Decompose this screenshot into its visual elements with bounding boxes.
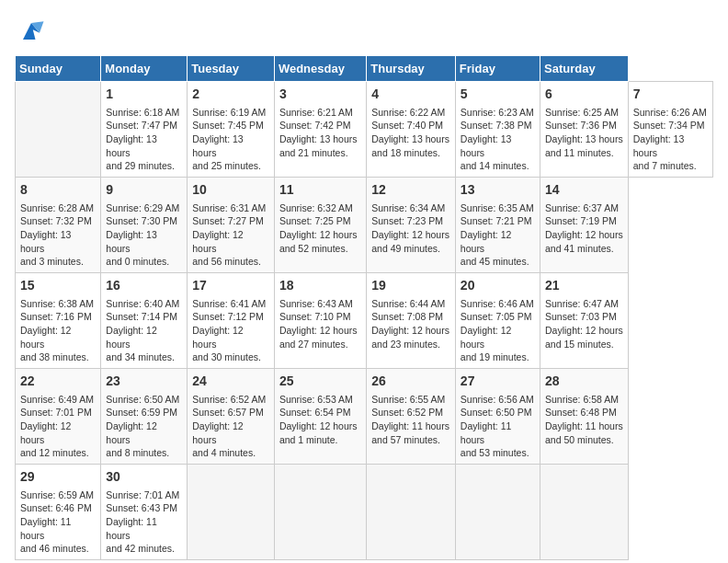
daylight-hours: Daylight: 13 hours — [20, 229, 71, 254]
calendar-cell: 2Sunrise: 6:19 AMSunset: 7:45 PMDaylight… — [188, 82, 275, 178]
sunrise: Sunrise: 6:29 AM — [106, 202, 179, 213]
daylight-hours: Daylight: 12 hours — [461, 229, 511, 254]
day-header-friday: Friday — [455, 56, 540, 82]
day-number: 19 — [371, 277, 450, 295]
calendar-cell: 15Sunrise: 6:38 AMSunset: 7:16 PMDayligh… — [16, 273, 101, 369]
daylight-hours: Daylight: 12 hours — [279, 420, 358, 431]
sunset: Sunset: 6:57 PM — [192, 407, 264, 418]
sunrise: Sunrise: 6:44 AM — [371, 298, 445, 309]
calendar-cell: 27Sunrise: 6:56 AMSunset: 6:50 PMDayligh… — [455, 369, 540, 465]
daylight-minutes: and 25 minutes. — [192, 160, 261, 171]
sunset: Sunset: 7:10 PM — [279, 311, 351, 322]
sunrise: Sunrise: 6:52 AM — [192, 394, 266, 405]
sunrise: Sunrise: 6:38 AM — [20, 298, 94, 309]
sunset: Sunset: 6:50 PM — [461, 407, 532, 418]
daylight-hours: Daylight: 12 hours — [545, 229, 623, 240]
day-header-tuesday: Tuesday — [188, 56, 275, 82]
sunrise: Sunrise: 6:58 AM — [545, 394, 619, 405]
calendar-cell — [367, 465, 456, 560]
week-row-2: 8Sunrise: 6:28 AMSunset: 7:32 PMDaylight… — [16, 178, 713, 273]
daylight-minutes: and 53 minutes. — [461, 447, 529, 458]
daylight-hours: Daylight: 12 hours — [279, 229, 358, 240]
daylight-minutes: and 30 minutes. — [192, 351, 261, 362]
week-row-1: 1Sunrise: 6:18 AMSunset: 7:47 PMDaylight… — [16, 82, 713, 178]
calendar-cell: 18Sunrise: 6:43 AMSunset: 7:10 PMDayligh… — [274, 273, 366, 369]
sunset: Sunset: 6:43 PM — [106, 502, 177, 513]
sunset: Sunset: 7:47 PM — [106, 120, 177, 131]
sunset: Sunset: 6:46 PM — [20, 502, 92, 513]
sunrise: Sunrise: 6:56 AM — [461, 394, 534, 405]
sunrise: Sunrise: 6:18 AM — [106, 107, 179, 118]
daylight-minutes: and 42 minutes. — [106, 543, 175, 554]
day-number: 16 — [106, 277, 182, 295]
sunrise: Sunrise: 6:25 AM — [545, 107, 619, 118]
day-number: 22 — [20, 373, 96, 391]
sunrise: Sunrise: 6:41 AM — [192, 298, 266, 309]
daylight-hours: Daylight: 11 hours — [20, 516, 71, 541]
calendar-cell: 22Sunrise: 6:49 AMSunset: 7:01 PMDayligh… — [16, 369, 101, 465]
calendar-cell: 23Sunrise: 6:50 AMSunset: 6:59 PMDayligh… — [101, 369, 188, 465]
daylight-hours: Daylight: 13 hours — [106, 229, 156, 254]
daylight-hours: Daylight: 13 hours — [545, 133, 623, 144]
calendar-cell: 6Sunrise: 6:25 AMSunset: 7:36 PMDaylight… — [540, 82, 629, 178]
sunrise: Sunrise: 6:28 AM — [20, 202, 94, 213]
daylight-minutes: and 3 minutes. — [20, 256, 84, 267]
day-number: 28 — [545, 373, 623, 391]
day-header-monday: Monday — [101, 56, 188, 82]
calendar-cell: 9Sunrise: 6:29 AMSunset: 7:30 PMDaylight… — [101, 178, 188, 273]
day-header-saturday: Saturday — [540, 56, 629, 82]
calendar-cell: 13Sunrise: 6:35 AMSunset: 7:21 PMDayligh… — [455, 178, 540, 273]
week-row-5: 29Sunrise: 6:59 AMSunset: 6:46 PMDayligh… — [16, 465, 713, 560]
sunset: Sunset: 7:21 PM — [461, 215, 532, 226]
day-number: 4 — [371, 86, 450, 104]
calendar-cell: 21Sunrise: 6:47 AMSunset: 7:03 PMDayligh… — [540, 273, 629, 369]
calendar-cell: 4Sunrise: 6:22 AMSunset: 7:40 PMDaylight… — [367, 82, 456, 178]
daylight-hours: Daylight: 11 hours — [545, 420, 623, 431]
day-number: 21 — [545, 277, 623, 295]
sunrise: Sunrise: 6:19 AM — [192, 107, 266, 118]
sunrise: Sunrise: 6:21 AM — [279, 107, 353, 118]
sunset: Sunset: 7:08 PM — [371, 311, 443, 322]
day-header-wednesday: Wednesday — [274, 56, 366, 82]
daylight-minutes: and 57 minutes. — [371, 434, 440, 445]
daylight-hours: Daylight: 11 hours — [461, 420, 511, 445]
daylight-minutes: and 41 minutes. — [545, 243, 614, 254]
sunrise: Sunrise: 6:23 AM — [461, 107, 534, 118]
calendar-cell — [540, 465, 629, 560]
day-number: 7 — [633, 86, 708, 104]
calendar-cell — [455, 465, 540, 560]
day-number: 5 — [461, 86, 535, 104]
sunset: Sunset: 7:42 PM — [279, 120, 351, 131]
daylight-hours: Daylight: 12 hours — [192, 229, 243, 254]
sunset: Sunset: 7:05 PM — [461, 311, 532, 322]
daylight-minutes: and 8 minutes. — [106, 447, 169, 458]
day-header-sunday: Sunday — [16, 56, 101, 82]
day-number: 26 — [371, 373, 450, 391]
sunset: Sunset: 6:52 PM — [371, 407, 443, 418]
sunset: Sunset: 7:16 PM — [20, 311, 92, 322]
day-number: 14 — [545, 181, 623, 200]
daylight-minutes: and 12 minutes. — [20, 447, 89, 458]
daylight-minutes: and 11 minutes. — [545, 147, 614, 158]
calendar-table: SundayMondayTuesdayWednesdayThursdayFrid… — [15, 55, 713, 560]
daylight-minutes: and 18 minutes. — [371, 147, 440, 158]
daylight-hours: Daylight: 12 hours — [371, 229, 449, 240]
daylight-hours: Daylight: 12 hours — [371, 325, 449, 336]
daylight-hours: Daylight: 11 hours — [106, 516, 156, 541]
sunset: Sunset: 7:36 PM — [545, 120, 617, 131]
logo — [15, 15, 51, 48]
calendar-cell: 29Sunrise: 6:59 AMSunset: 6:46 PMDayligh… — [16, 465, 101, 560]
day-header-thursday: Thursday — [367, 56, 456, 82]
daylight-minutes: and 50 minutes. — [545, 434, 614, 445]
daylight-minutes: and 1 minute. — [279, 434, 338, 445]
calendar-cell: 8Sunrise: 6:28 AMSunset: 7:32 PMDaylight… — [16, 178, 101, 273]
calendar-cell: 5Sunrise: 6:23 AMSunset: 7:38 PMDaylight… — [455, 82, 540, 178]
daylight-hours: Daylight: 12 hours — [192, 325, 243, 350]
sunrise: Sunrise: 6:50 AM — [106, 394, 179, 405]
sunset: Sunset: 7:23 PM — [371, 215, 443, 226]
sunset: Sunset: 7:25 PM — [279, 215, 351, 226]
day-number: 3 — [279, 86, 361, 104]
sunrise: Sunrise: 6:32 AM — [279, 202, 353, 213]
daylight-hours: Daylight: 13 hours — [371, 133, 449, 144]
sunset: Sunset: 7:34 PM — [633, 120, 705, 131]
